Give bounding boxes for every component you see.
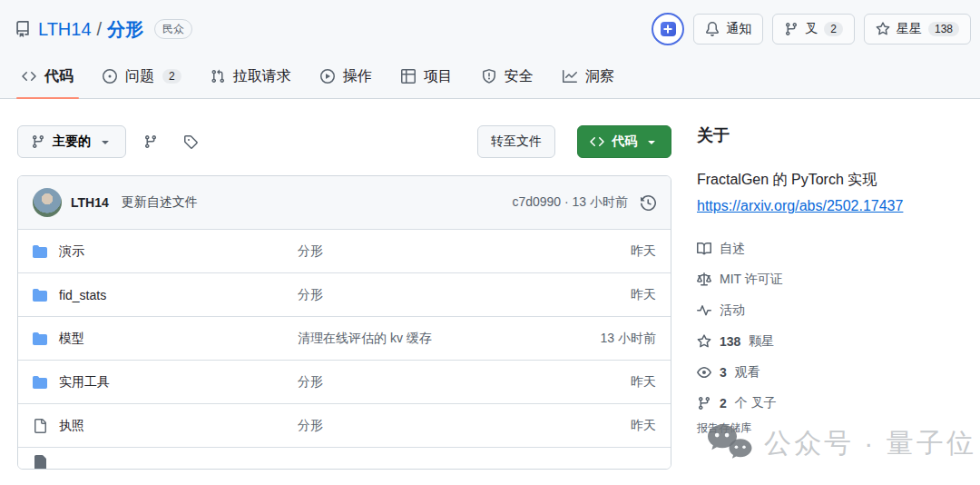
fork-label: 叉 (805, 21, 818, 37)
table-row[interactable]: fid_stats 分形 昨天 (18, 272, 671, 316)
play-icon (320, 69, 335, 84)
license-label: MIT 许可证 (720, 272, 783, 288)
file-commit-message[interactable]: 清理在线评估的 kv 缓存 (298, 331, 538, 347)
watching-count: 3 (720, 365, 727, 380)
folder-icon (33, 375, 47, 390)
fork-count: 2 (824, 22, 843, 36)
history-icon[interactable] (641, 195, 656, 211)
go-to-file-button[interactable]: 转至文件 (477, 125, 555, 158)
file-icon (33, 419, 47, 433)
visibility-badge: 民众 (154, 19, 192, 39)
fork-button[interactable]: 叉 2 (772, 14, 855, 45)
sidebar-item-license[interactable]: MIT 许可证 (697, 264, 965, 295)
fork-icon (697, 396, 711, 411)
file-name[interactable]: 演示 (59, 243, 84, 260)
file-commit-time: 13 小时前 (538, 331, 656, 347)
latest-commit-bar: LTH14 更新自述文件 c7d0990 · 13 小时前 (18, 176, 671, 229)
graph-icon (563, 69, 577, 84)
repo-page: LTH14 / 分形 民众 通知 叉 (0, 0, 980, 485)
branch-selector[interactable]: 主要的 (17, 125, 126, 158)
sidebar-item-readme[interactable]: 自述 (697, 233, 965, 264)
tab-issues[interactable]: 问题 2 (88, 54, 196, 98)
sidebar-item-forks[interactable]: 2 个 叉子 (697, 388, 965, 419)
repo-nav-tabs: 代码 问题 2 拉取请求 操作 (0, 54, 980, 99)
stars-count: 138 (720, 334, 740, 349)
book-icon (697, 242, 711, 256)
file-commit-time: 昨天 (538, 374, 656, 391)
repo-description: FractalGen 的 PyTorch 实现 (697, 170, 965, 190)
forks-count: 2 (720, 396, 727, 411)
issue-icon (103, 69, 117, 84)
table-row[interactable]: 执照 分形 昨天 (18, 403, 671, 447)
chevron-down-icon (98, 134, 113, 149)
code-button-label: 代码 (612, 134, 637, 150)
star-label: 星星 (897, 21, 922, 37)
tab-code-label: 代码 (44, 67, 74, 86)
about-sidebar: 关于 FractalGen 的 PyTorch 实现 https://arxiv… (697, 99, 965, 470)
repo-website-link[interactable]: https://arxiv.org/abs/2502.17437 (697, 198, 903, 214)
page-header: LTH14 / 分形 民众 通知 叉 (0, 0, 980, 99)
tab-actions[interactable]: 操作 (306, 54, 387, 98)
table-row[interactable]: 实用工具 分形 昨天 (18, 360, 671, 403)
chevron-down-icon (644, 134, 659, 149)
report-repository-link[interactable]: 报告存储库 (697, 421, 751, 436)
tab-projects-label: 项目 (424, 67, 453, 86)
watching-label: 观看 (735, 364, 760, 381)
tab-code[interactable]: 代码 (7, 54, 88, 98)
repo-name-link[interactable]: 分形 (107, 17, 143, 42)
tag-icon (183, 134, 198, 149)
notifications-button[interactable]: 通知 (693, 14, 763, 45)
activity-label: 活动 (720, 302, 745, 319)
file-name[interactable]: 模型 (59, 331, 84, 347)
file-name[interactable]: fid_stats (59, 288, 106, 302)
commit-author-link[interactable]: LTH14 (71, 195, 109, 210)
star-button[interactable]: 星星 138 (864, 14, 971, 45)
avatar[interactable] (33, 188, 62, 217)
tab-pull-requests[interactable]: 拉取请求 (196, 54, 306, 98)
eye-icon (697, 365, 711, 380)
tab-insights[interactable]: 洞察 (548, 54, 629, 98)
shield-icon (482, 69, 496, 84)
file-commit-time: 昨天 (538, 287, 656, 303)
file-commit-message[interactable]: 分形 (298, 243, 538, 260)
pulse-icon (697, 303, 711, 318)
breadcrumb: LTH14 / 分形 (38, 17, 143, 42)
code-icon (22, 69, 36, 84)
file-commit-time: 昨天 (538, 418, 656, 434)
breadcrumb-separator: / (97, 19, 103, 40)
file-name[interactable]: 执照 (59, 418, 84, 434)
fork-icon (784, 22, 799, 36)
bell-icon (705, 22, 720, 36)
star-icon (876, 22, 890, 36)
readme-label: 自述 (720, 241, 745, 257)
commit-message-link[interactable]: 更新自述文件 (122, 194, 198, 211)
commit-sha-time[interactable]: c7d0990 · 13 小时前 (512, 194, 628, 211)
file-commit-message[interactable]: 分形 (298, 374, 538, 391)
sidebar-item-watching[interactable]: 3 观看 (697, 357, 965, 388)
branches-button[interactable] (135, 125, 166, 158)
table-row[interactable]: 模型 清理在线评估的 kv 缓存 13 小时前 (18, 316, 671, 360)
file-commit-message[interactable]: 分形 (298, 418, 538, 434)
tab-security[interactable]: 安全 (467, 54, 548, 98)
folder-icon (33, 288, 47, 302)
tags-button[interactable] (175, 125, 206, 158)
file-commit-message[interactable]: 分形 (298, 287, 538, 303)
stars-label: 颗星 (749, 333, 774, 350)
folder-icon (33, 244, 47, 259)
tab-pull-requests-label: 拉取请求 (233, 67, 291, 86)
branch-icon (143, 134, 158, 149)
tab-actions-label: 操作 (343, 67, 372, 86)
tab-projects[interactable]: 项目 (387, 54, 467, 98)
table-row[interactable]: 演示 分形 昨天 (18, 229, 671, 272)
circled-plus-icon[interactable] (652, 13, 684, 45)
sidebar-item-activity[interactable]: 活动 (697, 295, 965, 326)
star-count: 138 (928, 22, 959, 36)
branch-name: 主要的 (53, 134, 91, 150)
file-icon (33, 455, 47, 470)
code-dropdown-button[interactable]: 代码 (577, 125, 671, 158)
star-icon (697, 334, 711, 349)
table-row-partial[interactable] (18, 447, 671, 469)
sidebar-item-stars[interactable]: 138 颗星 (697, 326, 965, 357)
file-name[interactable]: 实用工具 (59, 374, 110, 391)
repo-owner-link[interactable]: LTH14 (38, 19, 92, 40)
